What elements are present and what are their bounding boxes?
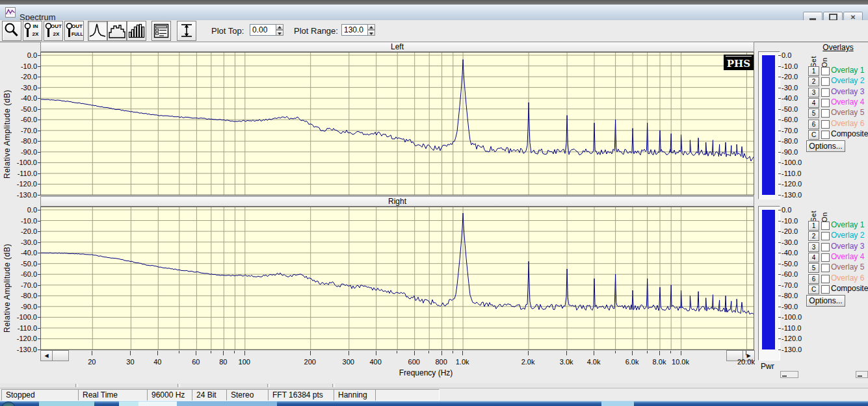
resize-grip[interactable]	[856, 371, 868, 378]
zoom-in-2x-button[interactable]: IN2X	[23, 21, 42, 41]
curve-icon	[88, 21, 107, 40]
meter-tick-label: -90.0	[782, 148, 808, 156]
overlay-set-button-c[interactable]: C	[808, 130, 819, 140]
y-tick-label: -40.0	[0, 249, 37, 257]
y-tick-label: -120.0	[0, 335, 37, 342]
x-tick-mark	[414, 351, 415, 355]
overlay-on-checkbox[interactable]	[821, 88, 830, 97]
meter-tick-label: -50.0	[782, 260, 808, 268]
y-tick-mark	[38, 285, 40, 286]
overlay-set-button-4[interactable]: 4	[808, 98, 819, 108]
y-tick-label: -60.0	[0, 270, 37, 278]
overlay-on-checkbox[interactable]	[821, 109, 830, 118]
x-tick-label: 20.0k	[733, 358, 759, 366]
spin-up-icon[interactable]	[276, 24, 283, 30]
overlay-on-checkbox[interactable]	[821, 275, 830, 283]
overlay-on-checkbox[interactable]	[821, 67, 830, 75]
taskbar-button[interactable]	[119, 401, 138, 406]
y-tick-label: -90.0	[0, 303, 37, 311]
overlay-set-button-3[interactable]: 3	[808, 88, 819, 97]
y-tick-mark	[38, 242, 40, 243]
left-spectrum-plot[interactable]	[40, 52, 754, 196]
taskbar-button[interactable]	[177, 401, 277, 406]
taskbar-button[interactable]	[138, 401, 177, 406]
meter-tick-label: -60.0	[782, 116, 808, 123]
y-tick-mark	[38, 274, 40, 275]
right-spectrum-plot[interactable]	[40, 207, 754, 350]
vrange-icon	[178, 21, 196, 40]
spin-down-icon[interactable]	[367, 30, 375, 36]
status-segment-96000-hz: 96000 Hz	[147, 389, 196, 401]
spin-down-icon[interactable]	[276, 30, 283, 36]
overlay-on-checkbox[interactable]	[821, 131, 830, 139]
windows-taskbar[interactable]	[0, 401, 868, 406]
y-tick-label: -80.0	[0, 292, 37, 299]
overlay-on-checkbox[interactable]	[821, 243, 830, 251]
overlay-label: Overlay 1	[831, 221, 864, 229]
y-tick-mark	[38, 173, 40, 174]
x-tick-mark	[349, 351, 349, 355]
taskbar-button[interactable]	[39, 401, 94, 406]
meter-tick-label: -110.0	[782, 324, 808, 332]
stepped-spectrum-view-button[interactable]	[107, 21, 127, 41]
overlay-set-button-5[interactable]: 5	[808, 108, 819, 118]
x-tick-mark	[659, 351, 660, 355]
scroll-left-button[interactable]: ◀	[40, 350, 53, 361]
y-tick-label: -20.0	[0, 73, 37, 81]
overlay-options-button[interactable]: Options...	[806, 295, 845, 307]
scroll-thumb-left[interactable]	[52, 350, 69, 361]
overlay-on-checkbox[interactable]	[821, 222, 830, 230]
y-tick-mark	[38, 231, 40, 232]
overlay-set-button-2[interactable]: 2	[808, 77, 819, 86]
overlay-on-checkbox[interactable]	[821, 264, 830, 272]
overlay-set-button-3[interactable]: 3	[808, 242, 819, 252]
bar-spectrum-view-button[interactable]	[127, 21, 146, 41]
overlay-on-checkbox[interactable]	[821, 120, 830, 129]
overlay-set-button-6[interactable]: 6	[808, 120, 819, 129]
overlay-set-button-2[interactable]: 2	[808, 231, 819, 241]
overlay-set-button-5[interactable]: 5	[808, 263, 819, 273]
x-tick-label: 300	[335, 358, 362, 366]
zoom-out-2x-button[interactable]: OUT2X	[44, 21, 63, 41]
overlay-on-checkbox[interactable]	[821, 77, 830, 86]
y-tick-label: -70.0	[0, 281, 37, 289]
power-meter-bar-right	[762, 210, 775, 349]
zoom-tool-button[interactable]	[2, 21, 21, 41]
plot-range-input[interactable]	[341, 24, 368, 36]
overlay-on-checkbox[interactable]	[821, 99, 830, 107]
magnifier-icon	[3, 21, 21, 40]
vertical-range-button[interactable]	[177, 21, 196, 41]
display-options-button[interactable]	[151, 21, 171, 41]
overlay-on-checkbox[interactable]	[821, 232, 830, 240]
taskbar-button[interactable]	[601, 401, 634, 406]
y-tick-label: 0.0	[0, 51, 37, 59]
overlay-options-button[interactable]: Options...	[806, 140, 845, 152]
overlay-set-button-1[interactable]: 1	[808, 66, 819, 76]
plot-top-input[interactable]	[250, 24, 276, 36]
zoom-out-full-button[interactable]: OUTFULL	[64, 21, 84, 41]
x-tick-mark	[428, 351, 429, 353]
spin-up-icon[interactable]	[367, 24, 375, 30]
start-button[interactable]	[2, 401, 15, 406]
y-tick-mark	[38, 152, 40, 153]
y-tick-mark	[38, 141, 40, 142]
plot-range-label: Plot Range:	[294, 26, 338, 36]
x-tick-label: 100	[231, 358, 257, 366]
overlay-set-button-4[interactable]: 4	[808, 253, 819, 262]
x-tick-mark	[376, 351, 376, 355]
x-tick-mark	[647, 351, 648, 353]
line-spectrum-view-button[interactable]	[88, 21, 107, 41]
resize-grip[interactable]	[780, 371, 798, 378]
app-icon	[5, 7, 16, 18]
overlay-set-button-6[interactable]: 6	[808, 274, 819, 284]
y-tick-label: -120.0	[0, 180, 37, 188]
overlay-on-checkbox[interactable]	[821, 253, 830, 262]
zoom-button-text: IN2X	[30, 23, 41, 38]
overlay-on-checkbox[interactable]	[821, 285, 830, 294]
overlay-set-button-1[interactable]: 1	[808, 221, 819, 231]
x-tick-mark	[310, 351, 311, 355]
x-tick-label: 600	[401, 358, 427, 366]
x-tick-label: 10.0k	[668, 358, 694, 366]
overlay-set-button-c[interactable]: C	[808, 285, 819, 294]
title-bar[interactable]: Spectrum ✕	[0, 5, 868, 21]
